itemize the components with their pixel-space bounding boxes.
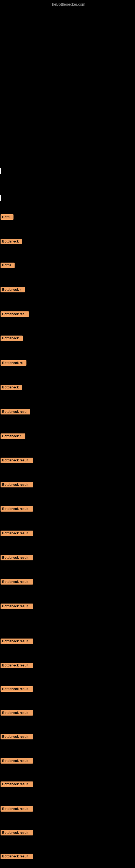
bottleneck-result-badge[interactable]: Bottleneck result: [1, 758, 33, 764]
bottleneck-result-badge[interactable]: Bottleneck res: [1, 311, 29, 317]
bottleneck-result-badge[interactable]: Bottleneck r: [1, 433, 26, 439]
bottleneck-result-badge[interactable]: Bottleneck: [1, 239, 22, 244]
bottleneck-result-badge[interactable]: Bottleneck result: [1, 482, 33, 488]
cursor-line-2: [0, 195, 1, 201]
bottleneck-result-badge[interactable]: Bottleneck: [1, 384, 22, 390]
cursor-line-1: [0, 168, 1, 174]
bottleneck-result-badge[interactable]: Bottleneck result: [1, 734, 33, 739]
bottleneck-result-badge[interactable]: Bottleneck resu: [1, 409, 30, 414]
bottleneck-result-badge[interactable]: Bottleneck result: [1, 686, 33, 692]
bottleneck-result-badge[interactable]: Bottleneck: [1, 336, 23, 341]
site-title: TheBottlenecker.com: [50, 2, 85, 6]
bottleneck-result-badge[interactable]: Bottleneck result: [1, 781, 33, 787]
bottleneck-result-badge[interactable]: Bottleneck result: [1, 603, 33, 609]
bottleneck-result-badge[interactable]: Bottleneck result: [1, 531, 33, 536]
bottleneck-result-badge[interactable]: Bottleneck result: [1, 806, 33, 812]
bottleneck-result-badge[interactable]: Bottle: [1, 262, 14, 268]
bottleneck-result-badge[interactable]: Bottleneck result: [1, 458, 33, 463]
bottleneck-result-badge[interactable]: Bottleneck result: [1, 830, 33, 835]
bottleneck-result-badge[interactable]: Bottleneck re: [1, 360, 27, 366]
bottleneck-result-badge[interactable]: Bottleneck result: [1, 639, 33, 644]
bottleneck-result-badge[interactable]: Bottleneck result: [1, 854, 33, 859]
main-content: TheBottlenecker.com BottlBottleneckBottl…: [0, 0, 135, 868]
bottleneck-result-badge[interactable]: Bottleneck result: [1, 506, 33, 512]
bottleneck-result-badge[interactable]: Bottl: [1, 214, 13, 220]
bottleneck-result-badge[interactable]: Bottleneck result: [1, 710, 33, 716]
bottleneck-result-badge[interactable]: Bottleneck result: [1, 663, 33, 668]
bottleneck-result-badge[interactable]: Bottleneck result: [1, 579, 33, 585]
bottleneck-result-badge[interactable]: Bottleneck r: [1, 287, 25, 292]
bottleneck-result-badge[interactable]: Bottleneck result: [1, 555, 33, 560]
